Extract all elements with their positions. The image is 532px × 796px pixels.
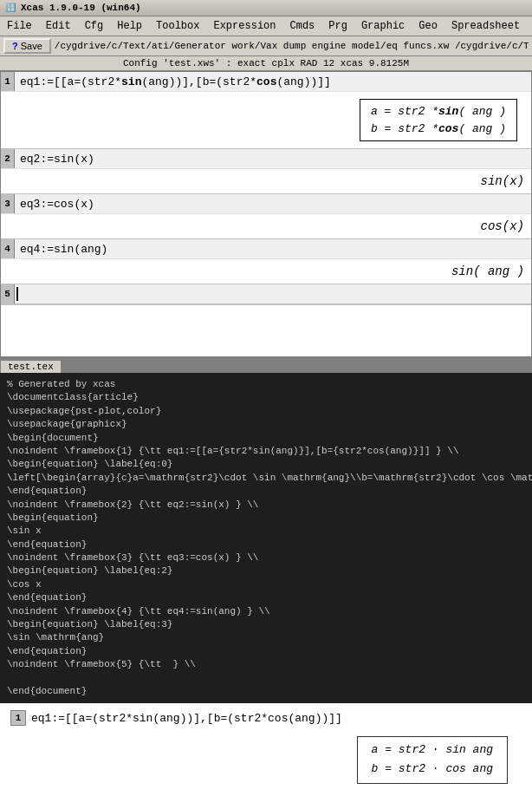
config-text: Config 'test.xws' : exact cplx RAD 12 xc… <box>123 58 409 69</box>
save-label: Save <box>21 41 42 51</box>
eq1-input-text: eq1:=[[a=(str2*sin(ang))],[b=(str2*cos(a… <box>15 74 336 90</box>
menu-graphic[interactable]: Graphic <box>354 18 412 34</box>
prev-eq1-matrix: a = str2 · sin ang b = str2 · cos ang <box>357 736 508 783</box>
config-bar: Config 'test.xws' : exact cplx RAD 12 xc… <box>0 56 532 71</box>
eq3-input-text: eq3:=cos(x) <box>15 196 100 212</box>
file-path: /cygdrive/c/Text/ati/Generator work/Vax … <box>55 41 529 51</box>
question-icon: ? <box>12 41 18 51</box>
eq3-result: cos(x) <box>481 219 524 233</box>
title-text: Xcas 1.9.0-19 (win64) <box>21 3 141 13</box>
eq1-matrix: a = str2 *sin( ang ) b = str2 *cos( ang … <box>360 99 517 141</box>
menu-geo[interactable]: Geo <box>412 18 444 34</box>
eq5-number: 5 <box>1 284 15 303</box>
menu-edit[interactable]: Edit <box>39 18 78 34</box>
tex-tab[interactable]: test.tex <box>0 360 62 373</box>
equation-row-3: 3 eq3:=cos(x) cos(x) <box>1 194 531 239</box>
menu-cmds[interactable]: Cmds <box>282 18 321 34</box>
prev-eq1-text: eq1:=[[a=(str2*sin(ang))],[b=(str2*cos(a… <box>31 712 342 725</box>
toolbar: ? Save /cygdrive/c/Text/ati/Generator wo… <box>0 36 532 56</box>
eq3-result-row: cos(x) <box>1 214 531 238</box>
menu-file[interactable]: File <box>0 18 39 34</box>
prev-eq1-matrix-row1: a = str2 · sin ang <box>372 741 493 760</box>
save-button[interactable]: ? Save <box>3 38 51 54</box>
eq4-input-row[interactable]: 4 eq4:=sin(ang) <box>1 239 531 259</box>
eq5-input-row[interactable]: 5 <box>1 284 531 304</box>
menu-toolbox[interactable]: Toolbox <box>149 18 206 34</box>
eq2-input-row[interactable]: 2 eq2:=sin(x) <box>1 149 531 169</box>
eq1-matrix-row1: a = str2 *sin( ang ) <box>371 103 506 121</box>
menu-prg[interactable]: Prg <box>321 18 354 34</box>
tab-bar: test.tex <box>0 357 532 373</box>
equation-row-1: 1 eq1:=[[a=(str2*sin(ang))],[b=(str2*cos… <box>1 72 531 149</box>
eq3-input-row[interactable]: 3 eq3:=cos(x) <box>1 194 531 214</box>
equation-row-4: 4 eq4:=sin(ang) sin( ang ) <box>1 239 531 284</box>
prev-eq1-matrix-row2: b = str2 · cos ang <box>372 760 493 779</box>
preview-panel: 1 eq1:=[[a=(str2*sin(ang))],[b=(str2*cos… <box>0 703 532 796</box>
prev-eq1-result-area: a = str2 · sin ang b = str2 · cos ang <box>10 729 522 790</box>
title-bar: 🔢 Xcas 1.9.0-19 (win64) <box>0 0 532 16</box>
cursor <box>16 287 18 301</box>
menu-cfg[interactable]: Cfg <box>78 18 111 34</box>
prev-eq-row-1: 1 eq1:=[[a=(str2*sin(ang))],[b=(str2*cos… <box>10 710 522 796</box>
menu-expression[interactable]: Expression <box>206 18 282 34</box>
eq2-number: 2 <box>1 149 15 168</box>
eq4-input-text: eq4:=sin(ang) <box>15 241 113 258</box>
prev-eq1-number: 1 <box>10 710 26 726</box>
eq2-input-text: eq2:=sin(x) <box>15 151 100 167</box>
eq4-result: sin( ang ) <box>451 264 524 278</box>
latex-source-panel[interactable]: % Generated by xcas \documentclass{artic… <box>0 373 532 703</box>
eq1-input-row[interactable]: 1 eq1:=[[a=(str2*sin(ang))],[b=(str2*cos… <box>1 72 531 92</box>
eq4-result-row: sin( ang ) <box>1 259 531 284</box>
prev-eq1-input: 1 eq1:=[[a=(str2*sin(ang))],[b=(str2*cos… <box>10 710 522 726</box>
eq4-number: 4 <box>1 239 15 258</box>
eq2-result: sin(x) <box>481 174 524 188</box>
menu-bar: File Edit Cfg Help Toolbox Expression Cm… <box>0 16 532 36</box>
eq2-result-row: sin(x) <box>1 169 531 193</box>
app-icon: 🔢 <box>5 3 16 13</box>
equation-row-5: 5 <box>1 284 531 305</box>
menu-spreadsheet[interactable]: Spreadsheet <box>444 18 527 34</box>
eq1-result-area: a = str2 *sin( ang ) b = str2 *cos( ang … <box>1 92 531 148</box>
eq1-number: 1 <box>1 72 15 91</box>
cas-panel: 1 eq1:=[[a=(str2*sin(ang))],[b=(str2*cos… <box>0 71 532 357</box>
eq3-number: 3 <box>1 194 15 213</box>
menu-help[interactable]: Help <box>110 18 149 34</box>
equation-row-2: 2 eq2:=sin(x) sin(x) <box>1 149 531 194</box>
eq1-matrix-row2: b = str2 *cos( ang ) <box>371 121 506 138</box>
